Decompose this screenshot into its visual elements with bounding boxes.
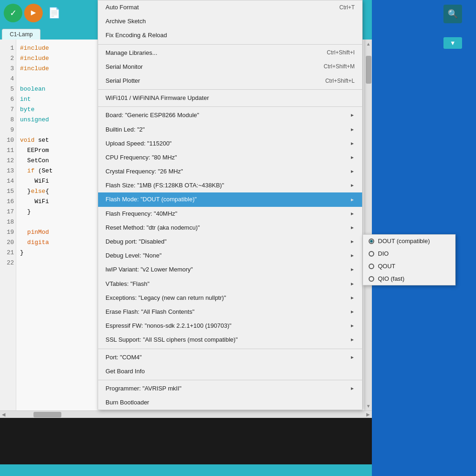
- menu-item-vtables[interactable]: VTables: "Flash" ►: [98, 277, 362, 291]
- menu-label-auto-format: Auto Format: [106, 3, 139, 12]
- menu-label-get-board-info: Get Board Info: [106, 367, 145, 376]
- console-area: [0, 418, 372, 464]
- menu-label-wifi-updater: WiFi101 / WiFiNINA Firmware Updater: [106, 94, 209, 102]
- menu-label-programmer: Programmer: "AVRISP mkII": [106, 384, 181, 393]
- menu-label-serial-monitor: Serial Monitor: [106, 63, 143, 71]
- menu-item-reset-method[interactable]: Reset Method: "dtr (aka nodemcu)" ►: [98, 221, 362, 235]
- arrow-debug-level: ►: [350, 252, 355, 259]
- menu-label-flash-size: Flash Size: "1MB (FS:128KB OTA:~438KB)": [106, 181, 224, 190]
- submenu-item-dio[interactable]: DIO: [363, 247, 455, 260]
- menu-item-archive-sketch[interactable]: Archive Sketch: [98, 14, 362, 28]
- arrow-reset-method: ►: [350, 225, 355, 231]
- menu-item-get-board-info[interactable]: Get Board Info: [98, 364, 362, 378]
- menu-label-upload-speed: Upload Speed: "115200": [106, 139, 172, 148]
- arrow-exceptions: ►: [350, 295, 355, 301]
- menu-item-port[interactable]: Port: "COM4" ►: [98, 350, 362, 364]
- radio-qio: [369, 276, 374, 282]
- arrow-vtables: ►: [350, 281, 355, 287]
- menu-label-archive-sketch: Archive Sketch: [106, 17, 146, 26]
- arrow-erase-flash: ►: [350, 309, 355, 315]
- line-numbers: 12345 678910 1112131415 1617181920 2122: [0, 40, 16, 410]
- menu-label-flash-freq: Flash Frequency: "40MHz": [106, 210, 177, 218]
- arrow-debug-port: ►: [350, 238, 355, 245]
- menu-label-crystal-freq: Crystal Frequency: "26 MHz": [106, 167, 183, 176]
- status-bar: [0, 464, 372, 476]
- menu-item-upload-speed[interactable]: Upload Speed: "115200" ►: [98, 137, 362, 151]
- menu-item-crystal-freq[interactable]: Crystal Frequency: "26 MHz" ►: [98, 165, 362, 178]
- arrow-programmer: ►: [350, 385, 355, 392]
- menu-label-lwip: lwIP Variant: "v2 Lower Memory": [106, 265, 193, 274]
- arrow-espressif-fw: ►: [350, 323, 355, 329]
- menu-item-auto-format[interactable]: Auto Format Ctrl+T: [98, 0, 362, 14]
- arrow-flash-size: ►: [350, 182, 355, 189]
- menu-label-builtin-led: Builtin Led: "2": [106, 126, 145, 134]
- horizontal-scrollbar[interactable]: ◀ ▶: [0, 410, 372, 418]
- menu-label-flash-mode: Flash Mode: "DOUT (compatible)": [106, 195, 197, 204]
- shortcut-manage-libraries: Ctrl+Shift+I: [327, 49, 355, 57]
- menu-label-burn-bootloader: Burn Bootloader: [106, 398, 149, 407]
- menu-label-debug-level: Debug Level: "None": [106, 251, 162, 260]
- menu-item-flash-size[interactable]: Flash Size: "1MB (FS:128KB OTA:~438KB)" …: [98, 178, 362, 192]
- tab-c1lamp[interactable]: C1-Lamp: [2, 29, 40, 40]
- menu-item-wifi-updater[interactable]: WiFi101 / WiFiNINA Firmware Updater: [98, 91, 362, 105]
- upload-button[interactable]: ►: [24, 4, 43, 22]
- menu-item-serial-monitor[interactable]: Serial Monitor Ctrl+Shift+M: [98, 60, 362, 74]
- menu-item-exceptions[interactable]: Exceptions: "Legacy (new can return null…: [98, 291, 362, 305]
- menu-item-fix-encoding[interactable]: Fix Encoding & Reload: [98, 28, 362, 42]
- scrollbar-thumb[interactable]: [366, 56, 371, 84]
- menu-label-fix-encoding: Fix Encoding & Reload: [106, 31, 167, 40]
- menu-item-serial-plotter[interactable]: Serial Plotter Ctrl+Shift+L: [98, 74, 362, 88]
- menu-label-cpu-freq: CPU Frequency: "80 MHz": [106, 153, 177, 162]
- hscroll-thumb[interactable]: [33, 412, 61, 417]
- menu-label-ssl-support: SSL Support: "All SSL ciphers (most comp…: [106, 336, 238, 344]
- menu-item-board[interactable]: Board: "Generic ESP8266 Module" ►: [98, 108, 362, 122]
- menu-item-manage-libraries[interactable]: Manage Libraries... Ctrl+Shift+I: [98, 46, 362, 60]
- menu-label-erase-flash: Erase Flash: "All Flash Contents": [106, 308, 194, 316]
- shortcut-auto-format: Ctrl+T: [339, 4, 355, 12]
- menu-item-builtin-led[interactable]: Builtin Led: "2" ►: [98, 123, 362, 137]
- verify-button[interactable]: ✓: [4, 4, 22, 22]
- separator-1: [98, 44, 362, 45]
- menu-item-flash-mode[interactable]: Flash Mode: "DOUT (compatible)" ►: [98, 192, 362, 206]
- separator-3: [98, 106, 362, 107]
- menu-item-espressif-fw[interactable]: Espressif FW: "nonos-sdk 2.2.1+100 (1907…: [98, 319, 362, 333]
- menu-item-flash-freq[interactable]: Flash Frequency: "40MHz" ►: [98, 207, 362, 221]
- menu-label-manage-libraries: Manage Libraries...: [106, 49, 157, 57]
- new-button[interactable]: 📄: [45, 4, 63, 22]
- menu-label-serial-plotter: Serial Plotter: [106, 77, 140, 85]
- menu-item-burn-bootloader[interactable]: Burn Bootloader: [98, 396, 362, 410]
- menu-label-vtables: VTables: "Flash": [106, 280, 150, 288]
- shortcut-serial-plotter: Ctrl+Shift+L: [325, 77, 355, 85]
- menu-item-ssl-support[interactable]: SSL Support: "All SSL ciphers (most comp…: [98, 333, 362, 347]
- submenu-item-dout[interactable]: DOUT (compatible): [363, 235, 455, 247]
- submenu-item-qio[interactable]: QIO (fast): [363, 272, 455, 285]
- menu-label-espressif-fw: Espressif FW: "nonos-sdk 2.2.1+100 (1907…: [106, 322, 231, 330]
- arrow-upload-speed: ►: [350, 140, 355, 147]
- shortcut-serial-monitor: Ctrl+Shift+M: [324, 63, 355, 71]
- menu-item-erase-flash[interactable]: Erase Flash: "All Flash Contents" ►: [98, 305, 362, 319]
- arrow-cpu-freq: ►: [350, 154, 355, 161]
- menu-item-lwip[interactable]: lwIP Variant: "v2 Lower Memory" ►: [98, 263, 362, 277]
- tools-menu: Auto Format Ctrl+T Archive Sketch Fix En…: [98, 0, 363, 410]
- arrow-ssl-support: ►: [350, 337, 355, 343]
- menu-label-port: Port: "COM4": [106, 353, 142, 362]
- vertical-scrollbar[interactable]: ▲ ▼: [364, 40, 372, 410]
- search-icon[interactable]: 🔍: [443, 5, 462, 23]
- separator-2: [98, 89, 362, 90]
- arrow-board: ►: [350, 112, 355, 119]
- menu-item-programmer[interactable]: Programmer: "AVRISP mkII" ►: [98, 382, 362, 396]
- menu-item-debug-port[interactable]: Debug port: "Disabled" ►: [98, 235, 362, 249]
- menu-item-debug-level[interactable]: Debug Level: "None" ►: [98, 249, 362, 263]
- separator-5: [98, 380, 362, 380]
- menu-label-exceptions: Exceptions: "Legacy (new can return null…: [106, 294, 226, 302]
- separator-4: [98, 349, 362, 349]
- menu-item-cpu-freq[interactable]: CPU Frequency: "80 MHz" ►: [98, 151, 362, 165]
- arrow-flash-freq: ►: [350, 211, 355, 217]
- menu-label-reset-method: Reset Method: "dtr (aka nodemcu)": [106, 224, 200, 232]
- flash-mode-submenu: DOUT (compatible) DIO QOUT QIO (fast): [363, 234, 456, 285]
- arrow-flash-mode: ►: [350, 197, 355, 203]
- submenu-item-qout[interactable]: QOUT: [363, 260, 455, 272]
- submenu-label-dio: DIO: [378, 250, 389, 257]
- arrow-builtin-led: ►: [350, 126, 355, 133]
- dropdown-arrow-button[interactable]: ▼: [443, 37, 462, 49]
